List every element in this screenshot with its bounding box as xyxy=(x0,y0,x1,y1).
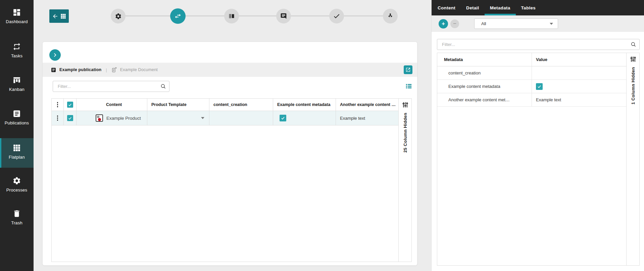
grid-icon xyxy=(12,144,21,152)
check-icon xyxy=(333,12,340,20)
table-row[interactable]: Example Product Example text xyxy=(52,111,411,125)
tab-metadata[interactable]: Metadata xyxy=(485,0,516,15)
column-header-content[interactable]: Content xyxy=(77,99,147,111)
metadata-filter-input[interactable] xyxy=(437,39,640,50)
back-to-grid-button[interactable] xyxy=(49,9,69,23)
sidebar-item-tasks[interactable]: Tasks xyxy=(0,42,34,58)
tab-tables[interactable]: Tables xyxy=(516,0,541,15)
row-select-cell xyxy=(64,111,77,125)
content-table: Content Product Template content_creatio… xyxy=(51,98,412,262)
kanban-columns-icon xyxy=(12,76,21,85)
search-icon xyxy=(160,83,166,90)
breadcrumb-separator: | xyxy=(106,67,107,72)
select-all-checkbox[interactable] xyxy=(67,102,73,108)
row-menu-cell xyxy=(52,111,64,125)
dropdown-caret-icon[interactable] xyxy=(201,117,204,119)
column-settings-icon[interactable] xyxy=(402,101,409,108)
sidebar-item-label: Publications xyxy=(5,120,29,125)
metadata-row[interactable]: Another example content met… Example tex… xyxy=(437,93,639,107)
sidebar-item-label: Dashboard xyxy=(6,19,28,24)
metadata-checkbox[interactable] xyxy=(280,115,286,121)
metadata-row[interactable]: content_creation xyxy=(437,66,639,80)
metadata-value[interactable] xyxy=(532,66,627,79)
application: Dashboard Tasks Kanban Publications Flat xyxy=(0,0,644,271)
hidden-columns-strip: 25 Column Hidden xyxy=(398,99,411,262)
metadata-value-checkbox[interactable] xyxy=(536,83,543,90)
sidebar-item-publications[interactable]: Publications xyxy=(0,109,34,125)
metadata-table: Metadata Value content_creation Example … xyxy=(437,53,640,266)
vertical-split-icon xyxy=(228,13,235,19)
breadcrumb: Example publication | Example Document xyxy=(43,63,417,77)
kebab-menu-icon[interactable] xyxy=(57,115,58,120)
detail-panel: Content Detail Metadata Tables + − All M… xyxy=(431,0,644,271)
row-checkbox[interactable] xyxy=(67,115,73,121)
column-header-content-creation[interactable]: content_creation xyxy=(209,99,273,111)
chevron-right-icon xyxy=(51,51,59,59)
step-exchange-active[interactable] xyxy=(170,8,186,24)
another-example-value: Example text xyxy=(336,116,365,121)
breadcrumb-document[interactable]: Example Document xyxy=(120,67,158,72)
product-name: Example Product xyxy=(106,116,141,121)
breadcrumb-publication[interactable]: Example publication xyxy=(59,67,101,72)
repeat-arrows-icon xyxy=(12,42,21,51)
sidebar-item-label: Processes xyxy=(6,187,28,193)
metadata-name: Another example content met… xyxy=(437,93,532,106)
comment-icon xyxy=(280,13,287,19)
tab-content[interactable]: Content xyxy=(432,0,461,15)
stepper-connector xyxy=(118,15,390,16)
metadata-name: Example content metadata xyxy=(437,80,532,93)
external-link-icon xyxy=(405,67,411,72)
sidebar-item-label: Tasks xyxy=(11,53,22,58)
column-header-example-metadata[interactable]: Example content metadata xyxy=(273,99,336,111)
expand-panel-button[interactable] xyxy=(49,49,61,61)
metadata-value xyxy=(532,80,627,93)
workflow-person-icon xyxy=(387,12,394,20)
metadata-name: content_creation xyxy=(437,66,532,79)
row-example-metadata-cell xyxy=(273,111,336,125)
metadata-value[interactable]: Example text xyxy=(532,93,627,106)
sidebar-item-kanban[interactable]: Kanban xyxy=(0,76,34,92)
header-select-all xyxy=(64,99,77,111)
tab-detail[interactable]: Detail xyxy=(461,0,485,15)
content-table-header: Content Product Template content_creatio… xyxy=(52,99,411,111)
row-content-creation-cell[interactable] xyxy=(209,111,273,125)
gear-icon xyxy=(12,176,21,185)
column-settings-icon[interactable] xyxy=(630,56,637,63)
sidebar-item-flatplan[interactable]: Flatplan xyxy=(0,144,34,160)
header-row-menu xyxy=(52,99,64,111)
row-another-example-cell[interactable]: Example text xyxy=(336,111,399,125)
content-filter-input[interactable] xyxy=(53,81,169,92)
row-content-cell[interactable]: Example Product xyxy=(77,111,147,125)
step-approve[interactable] xyxy=(329,9,344,23)
column-header-metadata[interactable]: Metadata xyxy=(437,53,532,66)
column-header-value[interactable]: Value xyxy=(532,53,627,66)
trash-icon xyxy=(12,209,21,218)
kebab-menu-icon[interactable] xyxy=(57,102,58,107)
metadata-row[interactable]: Example content metadata xyxy=(437,80,639,93)
minus-icon: − xyxy=(453,21,456,26)
detail-panel-tabs: Content Detail Metadata Tables xyxy=(432,0,644,15)
sidebar-item-dashboard[interactable]: Dashboard xyxy=(0,8,34,24)
row-product-template-cell[interactable] xyxy=(147,111,209,125)
dropdown-caret-icon xyxy=(550,23,553,25)
sidebar-item-trash[interactable]: Trash xyxy=(0,209,34,225)
step-layout[interactable] xyxy=(224,9,239,23)
document-open-icon xyxy=(111,67,117,73)
metadata-scope-select[interactable]: All xyxy=(474,18,558,29)
column-header-product-template[interactable]: Product Template xyxy=(147,99,209,111)
column-header-another-example[interactable]: Another example content … xyxy=(336,99,399,111)
hidden-columns-label[interactable]: 25 Column Hidden xyxy=(403,113,408,153)
content-filter xyxy=(53,81,169,92)
step-comments[interactable] xyxy=(276,9,291,23)
open-external-button[interactable] xyxy=(404,65,412,74)
step-settings[interactable] xyxy=(111,9,126,23)
hidden-columns-label[interactable]: 1 Column Hidden xyxy=(631,67,636,104)
sidebar-item-label: Flatplan xyxy=(9,155,25,160)
grid-icon xyxy=(60,13,66,19)
step-workflow[interactable] xyxy=(383,9,398,23)
remove-metadata-button[interactable]: − xyxy=(450,19,459,28)
list-view-icon[interactable] xyxy=(405,83,412,90)
sidebar: Dashboard Tasks Kanban Publications Flat xyxy=(0,0,34,271)
sidebar-item-processes[interactable]: Processes xyxy=(0,176,34,193)
add-metadata-button[interactable]: + xyxy=(439,19,448,29)
